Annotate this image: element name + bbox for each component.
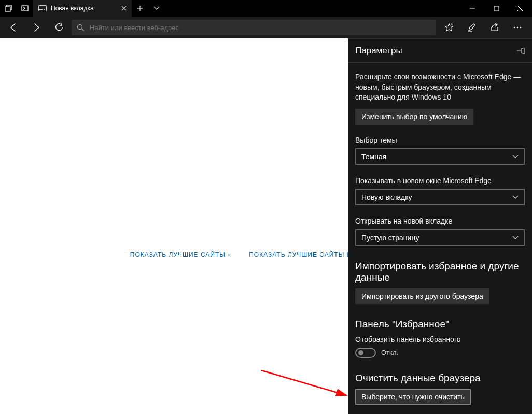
settings-panel: Параметры Расширьте свои возможности с M…	[348, 38, 532, 414]
window-minimize-button[interactable]	[460, 0, 484, 17]
toolbar	[0, 17, 532, 38]
refresh-button[interactable]	[49, 17, 69, 38]
svg-rect-6	[44, 9, 45, 10]
svg-point-11	[520, 27, 522, 29]
new-window-select-value: Новую вкладку	[361, 193, 412, 201]
address-bar[interactable]	[72, 20, 436, 35]
svg-rect-1	[5, 7, 10, 11]
new-window-label: Показывать в новом окне Microsoft Edge	[355, 176, 525, 185]
pin-icon[interactable]	[516, 47, 525, 54]
favorites-bar-toggle[interactable]	[355, 348, 376, 358]
annotation-arrow	[259, 368, 353, 399]
open-new-tab-select-value: Пустую страницу	[361, 233, 419, 242]
svg-line-12	[261, 370, 346, 395]
titlebar: Новая вкладка	[0, 0, 532, 17]
favorites-heading: Панель "Избранное"	[355, 319, 525, 330]
svg-rect-4	[39, 9, 41, 10]
choose-what-to-clear-button[interactable]: Выберите, что нужно очистить	[355, 389, 471, 405]
import-heading: Импортировать избранное и другие данные	[355, 260, 525, 283]
share-button[interactable]	[483, 17, 506, 38]
new-tab-button[interactable]	[132, 0, 148, 17]
chevron-down-icon	[512, 236, 519, 240]
tab-close-icon[interactable]	[121, 6, 127, 11]
tabs-dropdown-icon[interactable]	[148, 0, 165, 17]
window-close-button[interactable]	[508, 0, 532, 17]
show-top-sites-link[interactable]: ПОКАЗАТЬ ЛУЧШИЕ САЙТЫ ›	[130, 251, 230, 258]
more-button[interactable]	[506, 17, 529, 38]
clear-data-heading: Очистить данные браузера	[355, 372, 525, 384]
promo-text: Расширьте свои возможности с Microsoft E…	[355, 72, 525, 103]
show-favorites-label: Отобразить панель избранного	[355, 335, 525, 343]
back-button[interactable]	[3, 17, 24, 38]
import-button[interactable]: Импортировать из другого браузера	[355, 288, 489, 304]
theme-label: Выбор темы	[355, 136, 525, 144]
address-input[interactable]	[90, 24, 430, 32]
settings-panel-header: Параметры	[348, 39, 532, 63]
notes-button[interactable]	[460, 17, 483, 38]
set-aside-tabs-icon[interactable]	[17, 0, 33, 17]
tab-title: Новая вкладка	[51, 5, 94, 12]
favorites-star-button[interactable]	[438, 17, 460, 38]
theme-select[interactable]: Темная	[355, 148, 525, 165]
chevron-down-icon	[512, 195, 519, 199]
theme-select-value: Темная	[361, 153, 386, 161]
tab-preview-icon[interactable]	[0, 0, 17, 17]
window-maximize-button[interactable]	[484, 0, 508, 17]
tab-favicon	[38, 4, 47, 12]
browser-tab[interactable]: Новая вкладка	[33, 0, 132, 17]
svg-point-8	[78, 24, 82, 29]
open-new-tab-select[interactable]: Пустую страницу	[355, 229, 525, 246]
search-icon	[77, 24, 85, 32]
change-default-button[interactable]: Изменить выбор по умолчанию	[355, 109, 473, 125]
svg-rect-5	[41, 9, 43, 10]
svg-point-9	[514, 27, 515, 29]
settings-panel-title: Параметры	[355, 46, 402, 56]
svg-point-10	[517, 27, 519, 29]
content-area: ПОКАЗАТЬ ЛУЧШИЕ САЙТЫ › ПОКАЗАТЬ ЛУЧШИЕ …	[0, 38, 532, 414]
forward-button[interactable]	[26, 17, 47, 38]
new-window-select[interactable]: Новую вкладку	[355, 189, 525, 205]
svg-rect-7	[494, 6, 499, 11]
open-new-tab-label: Открывать на новой вкладке	[355, 217, 525, 225]
chevron-down-icon	[512, 155, 519, 159]
toggle-off-label: Откл.	[381, 349, 398, 356]
